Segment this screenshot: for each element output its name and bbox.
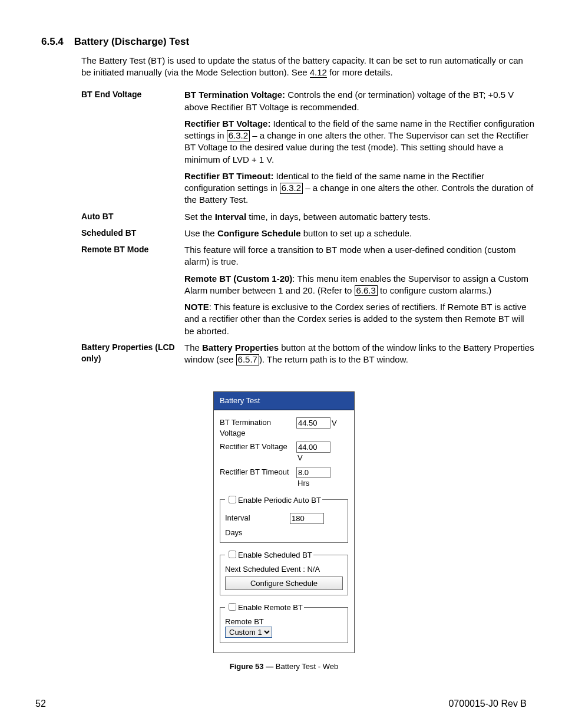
bt-term-title: BT Termination Voltage:	[184, 90, 285, 100]
interval-input[interactable]	[290, 513, 324, 524]
bprop-a: The	[184, 342, 202, 353]
section-title: Battery (Discharge) Test	[74, 36, 189, 47]
remote-bt-custom-title: Remote BT (Custom 1-20)	[184, 274, 292, 284]
def-desc-scheduled-bt: Use the Configure Schedule button to set…	[184, 225, 535, 242]
figure-caption-bold: Figure 53 —	[230, 662, 276, 671]
def-label-bt-end-voltage: BT End Voltage	[81, 87, 184, 116]
rectifier-bt-voltage-label: Rectifier BT Voltage	[220, 442, 296, 452]
def-desc-remote-bt-note: NOTE: This feature is exclusive to the C…	[184, 299, 535, 340]
note-title: NOTE	[184, 302, 209, 312]
sched-bt-bold: Configure Schedule	[217, 228, 301, 238]
bt-termination-voltage-label: BT Termination Voltage	[220, 417, 296, 438]
def-desc-auto-bt: Set the Interval time, in days, between …	[184, 209, 535, 225]
doc-id: 0700015-J0 Rev B	[448, 697, 527, 710]
legend-remote-bt-text: Enable Remote BT	[238, 603, 303, 612]
field-rectifier-bt-timeout: Rectifier BT Timeout Hrs	[220, 467, 348, 489]
legend-scheduled-bt: Enable Scheduled BT	[225, 549, 313, 561]
bt-termination-voltage-input[interactable]	[296, 417, 330, 429]
def-desc-battery-properties: The Battery Properties button at the bot…	[184, 340, 535, 368]
sched-bt-b: button to set up a schedule.	[301, 228, 412, 238]
def-desc-remote-bt-intro: This feature will force a transition to …	[184, 242, 535, 271]
group-enable-remote-bt: Enable Remote BT Remote BT Custom 1	[220, 601, 348, 643]
def-label-remote-bt: Remote BT Mode	[81, 242, 184, 271]
def-label-scheduled-bt: Scheduled BT	[81, 225, 184, 242]
battery-test-panel: Battery Test BT Termination Voltage V Re…	[213, 391, 355, 653]
interval-label: Interval	[225, 513, 290, 523]
def-label-auto-bt: Auto BT	[81, 209, 184, 225]
auto-bt-b: time, in days, between automatic battery…	[246, 212, 431, 222]
rectifier-bt-timeout-label: Rectifier BT Timeout	[220, 467, 296, 477]
rect-bt-v-title: Rectifier BT Voltage:	[184, 118, 270, 129]
intro-text-a: The Battery Test (BT) is used to update …	[81, 55, 523, 77]
rectifier-bt-timeout-unit: Hrs	[297, 479, 309, 487]
section-intro: The Battery Test (BT) is used to update …	[81, 55, 527, 79]
xref-657[interactable]: 6.5.7	[236, 354, 259, 365]
bt-termination-voltage-unit: V	[332, 419, 337, 427]
group-enable-periodic-auto-bt: Enable Periodic Auto BT Interval Days	[220, 494, 348, 543]
rectifier-bt-voltage-unit: V	[297, 453, 303, 462]
group-enable-scheduled-bt: Enable Scheduled BT Next Scheduled Event…	[220, 549, 348, 595]
xref-663[interactable]: 6.6.3	[355, 285, 378, 297]
bprop-bold: Battery Properties	[202, 342, 279, 353]
auto-bt-bold: Interval	[215, 212, 246, 222]
def-desc-rectifier-bt-voltage: Rectifier BT Voltage: Identical to the f…	[184, 116, 535, 168]
field-bt-termination-voltage: BT Termination Voltage V	[220, 417, 348, 438]
interval-unit-days: Days	[225, 528, 343, 538]
rectifier-bt-timeout-input[interactable]	[296, 467, 330, 478]
auto-bt-a: Set the	[184, 212, 215, 222]
xref-632-a[interactable]: 6.3.2	[227, 130, 250, 141]
def-desc-bt-termination: BT Termination Voltage: Controls the end…	[184, 87, 535, 116]
xref-412[interactable]: 4.12	[310, 67, 327, 78]
enable-scheduled-bt-checkbox[interactable]	[229, 551, 236, 558]
remote-bt-label: Remote BT	[225, 617, 343, 627]
sched-bt-a: Use the	[184, 228, 217, 238]
figure-caption: Figure 53 — Battery Test - Web	[41, 661, 527, 672]
definitions-table: BT End Voltage BT Termination Voltage: C…	[81, 87, 535, 368]
enable-remote-bt-checkbox[interactable]	[229, 603, 236, 611]
legend-scheduled-bt-text: Enable Scheduled BT	[238, 551, 312, 559]
def-desc-remote-bt-custom: Remote BT (Custom 1-20): This menu item …	[184, 271, 535, 299]
rectifier-bt-voltage-input[interactable]	[296, 442, 330, 453]
section-number: 6.5.4	[41, 36, 64, 47]
field-rectifier-bt-voltage: Rectifier BT Voltage V	[220, 442, 348, 463]
page: 6.5.4Battery (Discharge) Test The Batter…	[0, 0, 562, 728]
figure-caption-text: Battery Test - Web	[276, 662, 338, 671]
xref-632-b[interactable]: 6.3.2	[280, 183, 303, 194]
legend-auto-bt: Enable Periodic Auto BT	[225, 494, 322, 506]
rect-bt-t-title: Rectifier BT Timeout:	[184, 171, 273, 181]
section-header: 6.5.4Battery (Discharge) Test	[41, 35, 527, 49]
remote-bt-custom-select[interactable]: Custom 1	[225, 627, 272, 638]
page-number: 52	[35, 697, 46, 710]
next-scheduled-event: Next Scheduled Event : N/A	[225, 564, 343, 575]
intro-text-b: for more details.	[327, 67, 393, 77]
legend-remote-bt: Enable Remote BT	[225, 601, 304, 613]
page-footer: 52 0700015-J0 Rev B	[35, 697, 527, 710]
remote-bt-custom-b: to configure custom alarms.)	[378, 285, 491, 295]
legend-auto-bt-text: Enable Periodic Auto BT	[238, 496, 321, 505]
bprop-c: ). The return path is to the BT window.	[259, 354, 408, 364]
enable-periodic-auto-bt-checkbox[interactable]	[229, 496, 236, 503]
note-text: : This feature is exclusive to the Corde…	[184, 302, 527, 336]
panel-title: Battery Test	[214, 392, 354, 410]
def-desc-rectifier-bt-timeout: Rectifier BT Timeout: Identical to the f…	[184, 168, 535, 209]
configure-schedule-button[interactable]: Configure Schedule	[225, 577, 343, 590]
def-label-battery-properties: Battery Properties (LCD only)	[81, 340, 184, 368]
